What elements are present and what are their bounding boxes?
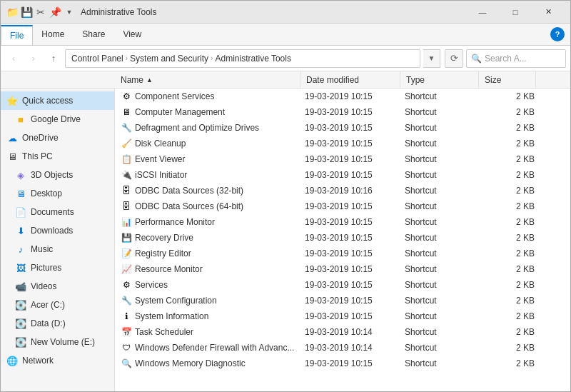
- file-icon: 📋: [121, 154, 132, 165]
- save-icon: 💾: [21, 6, 32, 18]
- file-icon: 🔍: [121, 358, 132, 369]
- pictures-icon: 🖼: [15, 263, 26, 273]
- file-name: Registry Editor: [135, 248, 305, 258]
- file-size: 2 KB: [483, 154, 540, 164]
- dropdown-arrow-icon[interactable]: ▼: [64, 6, 75, 18]
- table-row[interactable]: ⚙ Services 19-03-2019 10:15 Shortcut 2 K…: [115, 277, 570, 293]
- file-icon: 🔧: [121, 295, 132, 306]
- title-bar: 📁 💾 ✂ 📌 ▼ Administrative Tools — □ ✕: [1, 1, 570, 24]
- table-row[interactable]: 📊 Performance Monitor 19-03-2019 10:15 S…: [115, 214, 570, 230]
- file-type: Shortcut: [405, 123, 483, 133]
- tab-view[interactable]: View: [114, 24, 151, 45]
- window-controls: — □ ✕: [466, 1, 565, 24]
- file-size: 2 KB: [483, 343, 540, 353]
- ribbon: File Home Share View ?: [1, 24, 570, 46]
- file-name: ODBC Data Sources (32-bit): [135, 186, 305, 196]
- path-admin-tools[interactable]: Administrative Tools: [215, 54, 291, 64]
- file-date: 19-03-2019 10:15: [305, 264, 405, 274]
- file-type: Shortcut: [405, 343, 483, 353]
- file-list: ⚙ Component Services 19-03-2019 10:15 Sh…: [115, 89, 570, 392]
- file-icon: 🔧: [121, 122, 132, 134]
- sidebar-item-documents[interactable]: 📄 Documents: [1, 203, 114, 221]
- table-row[interactable]: 📅 Task Scheduler 19-03-2019 10:14 Shortc…: [115, 324, 570, 340]
- table-row[interactable]: 🗄 ODBC Data Sources (32-bit) 19-03-2019 …: [115, 183, 570, 198]
- table-row[interactable]: 📈 Resource Monitor 19-03-2019 10:15 Shor…: [115, 261, 570, 277]
- file-type: Shortcut: [405, 358, 483, 368]
- this-pc-icon: 🖥: [6, 151, 18, 162]
- sidebar-item-new-volume[interactable]: 💽 New Volume (E:): [1, 333, 114, 351]
- table-row[interactable]: 🔍 Windows Memory Diagnostic 19-03-2019 1…: [115, 356, 570, 371]
- tab-share[interactable]: Share: [74, 24, 114, 45]
- sidebar-label-this-pc: This PC: [22, 151, 53, 161]
- forward-button[interactable]: ›: [25, 50, 42, 67]
- file-size: 2 KB: [483, 91, 540, 101]
- sidebar-label-3d-objects: 3D Objects: [31, 170, 73, 180]
- sidebar-item-pictures[interactable]: 🖼 Pictures: [1, 258, 114, 277]
- file-name: Computer Management: [135, 107, 305, 117]
- close-button[interactable]: ✕: [532, 1, 565, 24]
- table-row[interactable]: ⚙ Component Services 19-03-2019 10:15 Sh…: [115, 89, 570, 104]
- table-row[interactable]: 🧹 Disk Cleanup 19-03-2019 10:15 Shortcut…: [115, 136, 570, 151]
- col-header-name[interactable]: Name ▲: [115, 71, 300, 88]
- file-date: 19-03-2019 10:15: [305, 91, 405, 101]
- sidebar-label-network: Network: [22, 356, 54, 366]
- sidebar-item-this-pc[interactable]: 🖥 This PC: [1, 147, 114, 166]
- address-dropdown-button[interactable]: ▼: [423, 49, 440, 68]
- refresh-button[interactable]: ⟳: [445, 49, 463, 68]
- desktop-icon: 🖥: [15, 189, 26, 199]
- col-header-size[interactable]: Size: [479, 71, 536, 88]
- table-row[interactable]: 🗄 ODBC Data Sources (64-bit) 19-03-2019 …: [115, 198, 570, 214]
- table-row[interactable]: 📋 Event Viewer 19-03-2019 10:15 Shortcut…: [115, 151, 570, 167]
- file-type: Shortcut: [405, 201, 483, 211]
- file-type: Shortcut: [405, 233, 483, 243]
- table-row[interactable]: 🔌 iSCSI Initiator 19-03-2019 10:15 Short…: [115, 167, 570, 183]
- file-type: Shortcut: [405, 186, 483, 196]
- sidebar-item-network[interactable]: 🌐 Network: [1, 351, 114, 370]
- path-control-panel[interactable]: Control Panel: [71, 54, 123, 64]
- help-button[interactable]: ?: [550, 27, 565, 41]
- table-row[interactable]: 🛡 Windows Defender Firewall with Advanc.…: [115, 340, 570, 356]
- sidebar-item-acer-c[interactable]: 💽 Acer (C:): [1, 296, 114, 314]
- address-path[interactable]: Control Panel › System and Security › Ad…: [65, 49, 420, 68]
- quick-access-icon: ⭐: [6, 96, 18, 106]
- sidebar-item-onedrive[interactable]: ☁ OneDrive: [1, 129, 114, 147]
- 3d-objects-icon: ◈: [15, 170, 26, 181]
- sidebar-item-downloads[interactable]: ⬇ Downloads: [1, 221, 114, 240]
- file-size: 2 KB: [483, 170, 540, 180]
- search-box[interactable]: 🔍 Search A...: [466, 49, 566, 68]
- table-row[interactable]: 🔧 System Configuration 19-03-2019 10:15 …: [115, 293, 570, 308]
- minimize-button[interactable]: —: [466, 1, 499, 24]
- sidebar-item-desktop[interactable]: 🖥 Desktop: [1, 184, 114, 203]
- file-name: Recovery Drive: [135, 233, 305, 243]
- file-icon: 📅: [121, 326, 132, 338]
- sidebar-label-videos: Videos: [31, 281, 56, 291]
- sidebar-label-pictures: Pictures: [31, 263, 61, 273]
- documents-icon: 📄: [15, 207, 26, 218]
- file-icon: 📈: [121, 263, 132, 275]
- sidebar-item-music[interactable]: ♪ Music: [1, 240, 114, 258]
- tab-home[interactable]: Home: [33, 24, 74, 45]
- col-header-date[interactable]: Date modified: [300, 71, 400, 88]
- file-icon: ℹ: [121, 311, 132, 322]
- table-row[interactable]: 💾 Recovery Drive 19-03-2019 10:15 Shortc…: [115, 230, 570, 246]
- file-size: 2 KB: [483, 123, 540, 133]
- maximize-button[interactable]: □: [499, 1, 532, 24]
- table-row[interactable]: ℹ System Information 19-03-2019 10:15 Sh…: [115, 308, 570, 324]
- back-button[interactable]: ‹: [5, 50, 22, 67]
- acer-icon: 💽: [15, 300, 26, 311]
- sidebar-item-3d-objects[interactable]: ◈ 3D Objects: [1, 166, 114, 184]
- file-size: 2 KB: [483, 233, 540, 243]
- sidebar-label-google-drive: Google Drive: [31, 114, 81, 124]
- table-row[interactable]: 📝 Registry Editor 19-03-2019 10:15 Short…: [115, 246, 570, 261]
- path-system-security[interactable]: System and Security: [130, 54, 208, 64]
- col-header-type[interactable]: Type: [400, 71, 479, 88]
- sidebar-item-quick-access[interactable]: ⭐ Quick access: [1, 91, 114, 110]
- google-drive-icon: ■: [15, 114, 26, 125]
- up-button[interactable]: ↑: [45, 50, 62, 67]
- sidebar-item-videos[interactable]: 📹 Videos: [1, 277, 114, 296]
- sidebar-item-data-d[interactable]: 💽 Data (D:): [1, 314, 114, 333]
- tab-file[interactable]: File: [1, 25, 33, 45]
- table-row[interactable]: 🔧 Defragment and Optimize Drives 19-03-2…: [115, 120, 570, 136]
- sidebar-item-google-drive[interactable]: ■ Google Drive: [1, 110, 114, 129]
- table-row[interactable]: 🖥 Computer Management 19-03-2019 10:15 S…: [115, 104, 570, 120]
